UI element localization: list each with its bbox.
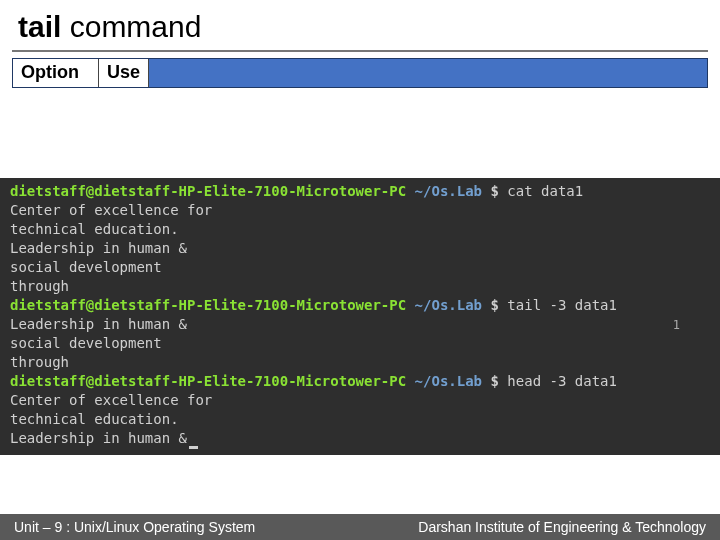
- out-line: social development: [10, 258, 710, 277]
- title-rest: command: [61, 10, 201, 43]
- cursor-icon: [189, 446, 198, 449]
- prompt-user: dietstaff@dietstaff-HP-Elite-7100-Microt…: [10, 297, 406, 313]
- out-line: through: [10, 353, 710, 372]
- footer-left: Unit – 9 : Unix/Linux Operating System: [14, 519, 255, 535]
- options-fill: [149, 59, 707, 87]
- prompt-user: dietstaff@dietstaff-HP-Elite-7100-Microt…: [10, 373, 406, 389]
- prompt-sym: $: [490, 297, 498, 313]
- prompt-path: ~/Os.Lab: [415, 183, 482, 199]
- title-rule: [12, 50, 708, 52]
- cmd-head: head -3 data1: [507, 373, 617, 389]
- out-line: Center of excellence for: [10, 201, 710, 220]
- cmd-cat: cat data1: [507, 183, 583, 199]
- prompt-sym: $: [490, 373, 498, 389]
- terminal: dietstaff@dietstaff-HP-Elite-7100-Microt…: [0, 178, 720, 455]
- prompt-path: ~/Os.Lab: [415, 373, 482, 389]
- line-number: 1: [673, 316, 680, 335]
- out-line: Center of excellence for: [10, 391, 710, 410]
- out-line: technical education.: [10, 220, 710, 239]
- cmd-tail: tail -3 data1: [507, 297, 617, 313]
- prompt-user: dietstaff@dietstaff-HP-Elite-7100-Microt…: [10, 183, 406, 199]
- prompt-sym: $: [490, 183, 498, 199]
- prompt-path: ~/Os.Lab: [415, 297, 482, 313]
- out-line: social development: [10, 334, 710, 353]
- footer: Unit – 9 : Unix/Linux Operating System D…: [0, 514, 720, 540]
- out-line: Leadership in human &: [10, 315, 710, 334]
- out-line: technical education.: [10, 410, 710, 429]
- out-line: through: [10, 277, 710, 296]
- use-header: Use: [99, 59, 149, 87]
- out-line: Leadership in human &: [10, 429, 710, 449]
- slide-title: tail command: [0, 0, 720, 50]
- out-line: Leadership in human &: [10, 239, 710, 258]
- footer-right: Darshan Institute of Engineering & Techn…: [418, 519, 706, 535]
- options-header: Option Use: [12, 58, 708, 88]
- option-header: Option: [13, 59, 99, 87]
- title-bold: tail: [18, 10, 61, 43]
